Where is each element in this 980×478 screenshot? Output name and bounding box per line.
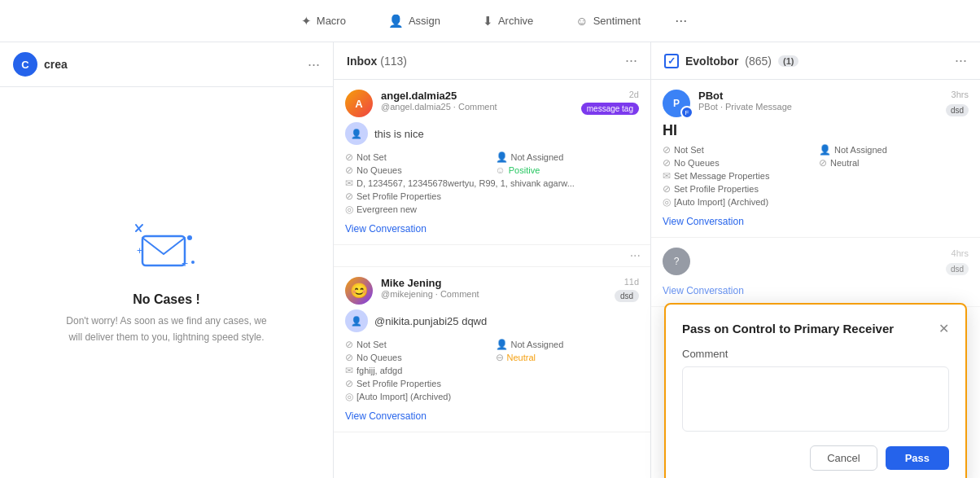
sentiment-button[interactable]: ☺ Sentiment bbox=[567, 9, 649, 33]
conv-prop-positive: ☺Positive bbox=[496, 164, 640, 176]
view-conv-2[interactable]: View Conversation bbox=[663, 285, 744, 296]
macro-label: Macro bbox=[317, 15, 346, 27]
view-conv-angel[interactable]: View Conversation bbox=[345, 223, 427, 235]
conv-name-angel: angel.dalmia25 bbox=[381, 90, 573, 102]
conv-prop-full: ⊘Set Profile Properties bbox=[345, 378, 639, 389]
inbox-title: Inbox (113) bbox=[347, 55, 407, 68]
modal-close-button[interactable]: ✕ bbox=[938, 321, 949, 336]
conv-badge-angel: message tag bbox=[581, 103, 639, 115]
left-panel-header: C crea ··· bbox=[0, 42, 333, 87]
crea-avatar: C bbox=[13, 52, 37, 77]
conv-prop: 👤Not Assigned bbox=[819, 144, 969, 156]
macro-icon: ✦ bbox=[301, 14, 312, 29]
rcc-avatar-wrap-pbot: P F bbox=[663, 90, 690, 117]
prop-icon: ⊘ bbox=[345, 151, 353, 163]
left-empty-state: + + No Cases ! Don't worry! As soon as w… bbox=[0, 87, 333, 478]
left-panel-menu[interactable]: ··· bbox=[308, 56, 320, 73]
view-conv-mike[interactable]: View Conversation bbox=[345, 410, 427, 422]
prop-icon: ⊘ bbox=[345, 164, 353, 176]
pass-button[interactable]: Pass bbox=[886, 446, 949, 470]
prop-icon: ⊘ bbox=[345, 339, 353, 350]
conv-prop-full: ◎Evergreen new bbox=[345, 204, 639, 215]
conv-prop-full: ⊘Set Profile Properties bbox=[345, 191, 639, 202]
modal-comment-input[interactable] bbox=[682, 366, 949, 432]
prop-icon: ⊘ bbox=[345, 378, 353, 389]
inbox-label: Inbox bbox=[347, 55, 377, 68]
conv-props-mike: ⊘Not Set 👤Not Assigned ⊘No Queues ⊖Neutr… bbox=[345, 339, 639, 402]
rcc-name-pbot: PBot bbox=[698, 90, 938, 102]
conv-card-mike-header: 😊 Mike Jening @mikejening · Comment 11d … bbox=[345, 277, 639, 305]
more-button[interactable]: ··· bbox=[675, 12, 687, 29]
modal-comment-label: Comment bbox=[682, 348, 949, 360]
right-panel-header: ✓ Evoltobor (865) (1) ··· bbox=[651, 42, 980, 80]
rcc-sub-avatar-pbot: F bbox=[680, 106, 693, 119]
prop-icon: ⊘ bbox=[345, 191, 353, 202]
conv-props-angel: ⊘Not Set 👤Not Assigned ⊘No Queues ☺Posit… bbox=[345, 151, 639, 215]
prop-icon: ⊘ bbox=[663, 144, 671, 156]
right-panel-title: ✓ Evoltobor (865) (1) bbox=[664, 54, 798, 68]
macro-button[interactable]: ✦ Macro bbox=[293, 9, 354, 33]
conv-prop: ⊘No Queues bbox=[663, 157, 812, 169]
conv-time-angel: 2d bbox=[629, 90, 639, 99]
prop-icon: ⊘ bbox=[819, 157, 827, 169]
conv-preview-angel: 👤 this is nice bbox=[345, 122, 639, 145]
conv-prop: ⊘No Queues bbox=[345, 352, 489, 363]
svg-text:+: + bbox=[137, 245, 142, 257]
conv-prop-full: ⊘Set Profile Properties bbox=[663, 183, 969, 195]
prop-icon: 👤 bbox=[496, 339, 508, 350]
conv-preview-mike: 👤 @nikita.punjabi25 dqwd bbox=[345, 309, 639, 332]
conv-card-angel[interactable]: A angel.dalmia25 @angel.dalmia25 · Comme… bbox=[334, 80, 650, 245]
conv-prop: ⊘No Queues bbox=[345, 164, 489, 176]
right-panel: ✓ Evoltobor (865) (1) ··· P F PBot PBot … bbox=[651, 42, 980, 478]
no-cases-sub: Don't worry! As soon as we find any case… bbox=[61, 314, 273, 344]
rcc-hi-pbot: HI bbox=[663, 122, 969, 139]
prop-icon: ✉ bbox=[345, 365, 353, 376]
rcc-badge-pbot: dsd bbox=[946, 104, 969, 116]
left-panel-title: C crea bbox=[13, 52, 68, 77]
prop-icon: ☺ bbox=[496, 164, 505, 176]
prop-icon: ◎ bbox=[345, 204, 353, 215]
conv-prop: ⊘Not Set bbox=[345, 339, 489, 350]
archive-button[interactable]: ⬇ Archive bbox=[475, 9, 541, 33]
view-conv-pbot[interactable]: View Conversation bbox=[663, 216, 744, 227]
right-panel-menu[interactable]: ··· bbox=[955, 52, 967, 69]
prop-icon: ◎ bbox=[345, 391, 353, 402]
cancel-button[interactable]: Cancel bbox=[810, 445, 877, 471]
conv-handle-angel: @angel.dalmia25 · Comment bbox=[381, 102, 573, 112]
rcc2-avatar: ? bbox=[663, 248, 690, 275]
archive-label: Archive bbox=[498, 15, 533, 27]
prop-icon: ⊖ bbox=[496, 352, 504, 363]
rcc-props-pbot: ⊘Not Set 👤Not Assigned ⊘No Queues ⊘Neutr… bbox=[663, 144, 969, 208]
evoltobor-badge: (1) bbox=[778, 55, 798, 67]
main-layout: C crea ··· + + No Cases ! Don't worry! bbox=[0, 42, 980, 478]
conv-preview-text-angel: this is nice bbox=[374, 128, 424, 140]
checkbox-icon: ✓ bbox=[664, 54, 679, 68]
svg-point-3 bbox=[187, 235, 192, 240]
conv-card-mike[interactable]: 😊 Mike Jening @mikejening · Comment 11d … bbox=[334, 267, 650, 432]
prop-icon: 👤 bbox=[819, 144, 831, 156]
right-conv-card-2[interactable]: ? 4hrs dsd View Conversation bbox=[651, 238, 980, 307]
conv-prop-full: ✉fghijj, afdgd bbox=[345, 365, 639, 376]
conv-prop-neutral: ⊖Neutral bbox=[496, 352, 640, 363]
left-panel: C crea ··· + + No Cases ! Don't worry! bbox=[0, 42, 334, 478]
conv-prop-full: ✉Set Message Properties bbox=[663, 170, 969, 182]
mid-panel-menu[interactable]: ··· bbox=[625, 52, 637, 69]
conv-meta-angel: angel.dalmia25 @angel.dalmia25 · Comment bbox=[381, 90, 573, 112]
svg-point-4 bbox=[191, 261, 195, 264]
assign-label: Assign bbox=[409, 15, 440, 27]
conv-prop-full: ◎[Auto Import] (Archived) bbox=[663, 196, 969, 208]
rcc2-header: ? 4hrs dsd bbox=[663, 248, 969, 275]
rcc-time-pbot: 3hrs bbox=[952, 90, 969, 99]
modal-header: Pass on Control to Primary Receiver ✕ bbox=[682, 321, 949, 336]
modal-title: Pass on Control to Primary Receiver bbox=[682, 322, 894, 335]
conv-prop: 👤Not Assigned bbox=[496, 339, 640, 350]
rcc2-badge: dsd bbox=[946, 263, 969, 275]
conv-prop: ⊘Neutral bbox=[819, 157, 969, 169]
right-conv-card-pbot[interactable]: P F PBot PBot · Private Message 3hrs dsd… bbox=[651, 80, 980, 238]
card-sep-dots: ··· bbox=[630, 248, 641, 263]
assign-icon: 👤 bbox=[388, 14, 404, 29]
rcc2-time: 4hrs bbox=[952, 248, 969, 258]
assign-button[interactable]: 👤 Assign bbox=[380, 9, 448, 33]
crea-name: crea bbox=[44, 58, 68, 71]
rcc2-left: ? bbox=[663, 248, 690, 275]
